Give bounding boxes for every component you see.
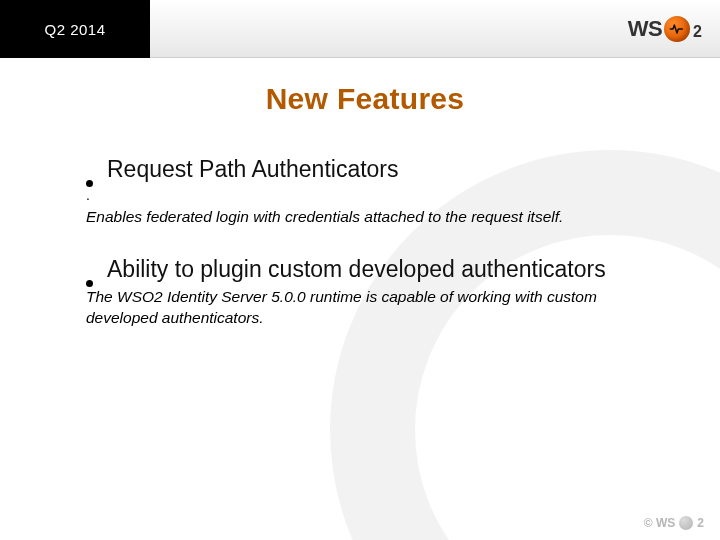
top-bar: Q2 2014 WS 2 (0, 0, 720, 58)
brand-logo: WS 2 (628, 0, 702, 58)
logo-circle-icon (664, 16, 690, 42)
bullet-row: Ability to plugin custom developed authe… (86, 256, 650, 283)
slide: Q2 2014 WS 2 New Features Request Path A… (0, 0, 720, 540)
footer-copyright: © WS 2 (644, 516, 704, 530)
page-title: New Features (80, 82, 650, 116)
bullet-heading: Request Path Authenticators (107, 156, 399, 183)
footer-text-right: 2 (697, 516, 704, 530)
bullet-separator: . (86, 187, 650, 203)
quarter-text: Q2 2014 (44, 21, 105, 38)
list-item: Request Path Authenticators . Enables fe… (86, 156, 650, 228)
list-item: Ability to plugin custom developed authe… (86, 256, 650, 329)
footer-text-left: © WS (644, 516, 676, 530)
bullet-description: Enables federated login with credentials… (86, 207, 646, 228)
logo-text-right: 2 (693, 23, 702, 41)
bullet-dot-icon (86, 280, 93, 287)
quarter-badge: Q2 2014 (0, 0, 150, 58)
bullet-dot-icon (86, 180, 93, 187)
content-area: New Features Request Path Authenticators… (0, 58, 720, 329)
footer-logo-circle-icon (679, 516, 693, 530)
bullet-row: Request Path Authenticators (86, 156, 650, 183)
bullet-description: The WSO2 Identity Server 5.0.0 runtime i… (86, 287, 646, 329)
bullet-list: Request Path Authenticators . Enables fe… (86, 156, 650, 329)
pulse-icon (669, 21, 685, 37)
bullet-heading: Ability to plugin custom developed authe… (107, 256, 606, 283)
logo-text-left: WS (628, 16, 662, 42)
